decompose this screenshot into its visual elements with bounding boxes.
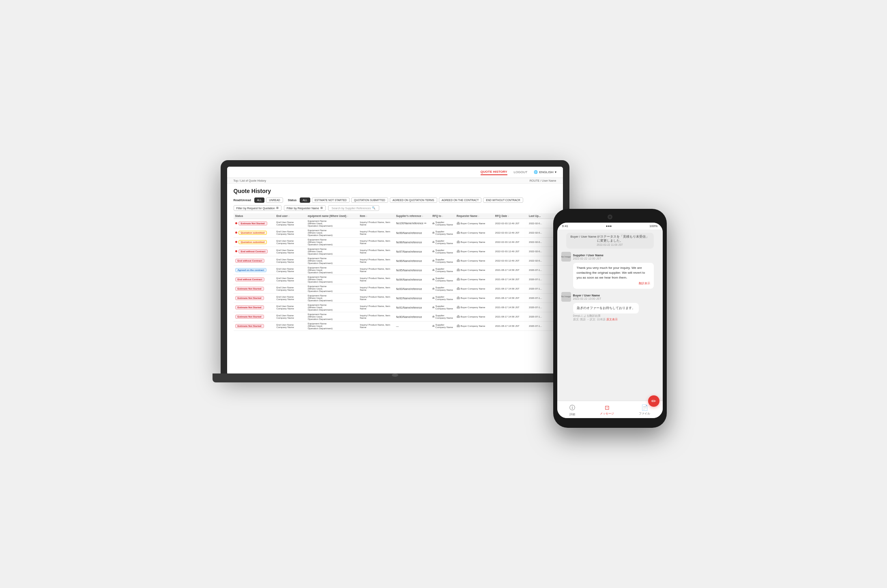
table-row[interactable]: Quotation submitted End User Name Compan… [234, 228, 556, 238]
svg-rect-21 [433, 269, 434, 270]
th-status: Status [234, 213, 275, 219]
supplier-icon [432, 268, 434, 272]
tab-end-without[interactable]: END WITHOUT CONTRACR [483, 197, 523, 203]
tab-status-all[interactable]: ALL [300, 197, 310, 203]
cell-enduser: End User Name Company Name [275, 247, 306, 256]
cell-ref: — [394, 322, 431, 331]
cell-equipment: Equipment Name (Where Used, Operation De… [306, 284, 359, 294]
table-row[interactable]: End without Contract End User Name Compa… [234, 256, 556, 266]
svg-rect-29 [433, 288, 434, 288]
cell-rfqdate: 2021-08-17 14:58 JST [494, 294, 527, 303]
cell-ref: No96/Name/reference [394, 256, 431, 266]
cell-ref: No92/Name/reference [394, 294, 431, 303]
nav-detail[interactable]: ⓘ 詳細 [569, 404, 575, 416]
search-box[interactable]: Search by Supplier References 🔍 [328, 205, 380, 211]
th-ref[interactable]: Supplier's reference ↕ [394, 213, 431, 219]
table-row[interactable]: Estimate Not Started End User Name Compa… [234, 312, 556, 322]
tab-agreed-quotation[interactable]: AGREED ON QUOTATION TERMS [390, 197, 437, 203]
table-row[interactable]: End without Contract End User Name Compa… [234, 275, 556, 284]
cell-ref: No100/Name/reference ✏ [394, 219, 431, 228]
cell-requester: Buyer Company Name [455, 228, 494, 238]
nav-messages[interactable]: ⊡ メッセージ [600, 404, 614, 416]
nav-files-label: ファイル [639, 412, 650, 416]
translate-link[interactable]: 翻訳表示 [577, 281, 650, 286]
table-row[interactable]: Estimate Not Started End User Name Compa… [234, 322, 556, 331]
buyer-message: No Image Buyer / User Name 2022-02-22 13… [561, 292, 639, 322]
msg-header: No Image Buyer / User Name 2022-02-22 13… [561, 292, 639, 302]
table-row[interactable]: End without Contract End User Name Compa… [234, 247, 556, 256]
msg-sender: Buyer / User Name [573, 294, 601, 297]
cell-rfq: Supplier Company Name [431, 284, 455, 294]
cell-status: Estimate Not Started [234, 284, 275, 294]
nav-quote-history[interactable]: QUOTE HISTORY [481, 169, 507, 175]
filter-requester[interactable]: Filter by Requester Name ⊞ [284, 205, 326, 211]
th-enduser[interactable]: End user ↕ [275, 213, 306, 219]
cell-ref: No97/Name/reference [394, 247, 431, 256]
status-badge: Agreed on the contract [235, 268, 267, 272]
th-lastupdate[interactable]: Last Up... [527, 213, 556, 219]
cell-lastupdate: 2022-02-0... [527, 247, 556, 256]
nav-files[interactable]: 📄 ファイル [639, 404, 650, 416]
top-nav: QUOTE HISTORY LOGOUT 🌐 ENGLISH ▾ [227, 167, 563, 178]
breadcrumb-top[interactable]: Top [234, 179, 238, 182]
cell-rfqdate: 2021-08-17 14:58 JST [494, 312, 527, 322]
tab-all-readunread[interactable]: ALL [254, 197, 265, 203]
compose-button[interactable]: ✏ [648, 395, 659, 407]
original-link[interactable]: 原文表示 [606, 318, 618, 321]
svg-rect-9 [433, 241, 434, 242]
th-rfq[interactable]: RFQ to ↓ [431, 213, 455, 219]
buyer-icon [457, 231, 460, 234]
filter-icon: ⊞ [276, 206, 279, 210]
table-row[interactable]: Estimate Not Started End User Name Compa… [234, 303, 556, 312]
cell-rfq: Supplier Company Name [431, 238, 455, 247]
buyer-icon [457, 278, 460, 281]
cell-requester: Buyer Company Name [455, 275, 494, 284]
cell-item: Inquiry/ Product Name, Item Name [358, 294, 394, 303]
msg-time: 2022-02-22 12:00 JST [573, 257, 604, 260]
svg-rect-15 [457, 250, 459, 251]
page-title: Quote History [234, 188, 556, 194]
cell-status: End without Contract [234, 247, 275, 256]
table-row[interactable]: Estimate Not Started End User Name Compa… [234, 219, 556, 228]
tab-agreed-contract[interactable]: AGREED ON THE CONTRACT [439, 197, 482, 203]
supplier-icon [432, 250, 434, 253]
cell-rfq: Supplier Company Name [431, 266, 455, 275]
table-row[interactable]: Agreed on the contract End User Name Com… [234, 266, 556, 275]
cell-equipment: Equipment Name (Where Used, Operation De… [306, 256, 359, 266]
supplier-icon [432, 240, 434, 244]
supplier-icon [432, 259, 434, 262]
cell-requester: Buyer Company Name [455, 312, 494, 322]
th-rfqdate[interactable]: RFQ Date ↕ [494, 213, 527, 219]
msg-sender: Supplier / User Name [573, 253, 604, 257]
th-equipment[interactable]: equipment name (Where Used) ↕ [306, 213, 359, 219]
tab-quotation-submitted[interactable]: QUOTATION SUBMITTED [351, 197, 388, 203]
cell-lastupdate: 2020-07-1... [527, 312, 556, 322]
th-requester[interactable]: Requester Name ↕ [455, 213, 494, 219]
lang-selector[interactable]: 🌐 ENGLISH ▾ [534, 170, 556, 174]
svg-rect-43 [457, 315, 459, 316]
chevron-down-icon: ▾ [555, 170, 556, 174]
cell-item: Inquiry/ Product Name, Item Name [358, 228, 394, 238]
table-row[interactable]: Estimate Not Started End User Name Compa… [234, 294, 556, 303]
page-content: Quote History Read/Unread ALL UNREAD Sta… [227, 184, 563, 371]
cell-rfq: Supplier Company Name [431, 303, 455, 312]
phone-signal: ●●● [606, 224, 612, 228]
laptop: QUOTE HISTORY LOGOUT 🌐 ENGLISH ▾ Top / L… [221, 160, 569, 395]
tab-estimate-not-started[interactable]: ESTIMATE NOT STARTED [312, 197, 350, 203]
cell-requester: Buyer Company Name [455, 256, 494, 266]
table-row[interactable]: Estimate Not Started End User Name Compa… [234, 284, 556, 294]
tab-unread[interactable]: UNREAD [266, 197, 283, 203]
th-item[interactable]: Item ↕ [358, 213, 394, 219]
svg-rect-25 [433, 278, 434, 279]
cell-requester: Buyer Company Name [455, 322, 494, 331]
nav-messages-label: メッセージ [600, 412, 614, 416]
svg-rect-3 [457, 222, 459, 223]
table-row[interactable]: Quotation submitted End User Name Compan… [234, 238, 556, 247]
laptop-screen: QUOTE HISTORY LOGOUT 🌐 ENGLISH ▾ Top / L… [227, 167, 563, 375]
unread-dot [235, 241, 237, 243]
filter-request[interactable]: Filter by Request for Quotation ⊞ [234, 205, 281, 211]
nav-logout[interactable]: LOGOUT [514, 170, 528, 175]
svg-rect-31 [457, 287, 459, 288]
cell-status: Quotation submitted [234, 238, 275, 247]
supplier-icon [432, 324, 434, 328]
